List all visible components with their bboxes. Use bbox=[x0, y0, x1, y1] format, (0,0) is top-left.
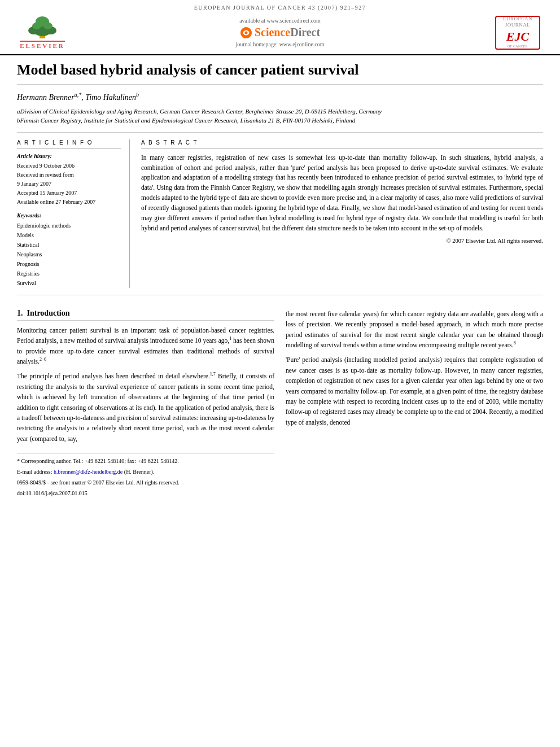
svg-point-6 bbox=[36, 16, 49, 27]
elsevier-brand-text: ELSEVIER bbox=[20, 41, 65, 49]
keyword-7: Survival bbox=[17, 278, 121, 288]
author2-name: Timo Hakulinen bbox=[85, 93, 136, 102]
section1-para1: Monitoring cancer patient survival is an… bbox=[17, 325, 274, 367]
history-label: Article history: bbox=[17, 153, 121, 159]
sciencedirect-icon bbox=[240, 27, 252, 39]
right-column: the most recent five calendar years) for… bbox=[286, 309, 543, 500]
header-logos: ELSEVIER available at www.sciencedirect.… bbox=[11, 14, 549, 51]
keyword-5: Prognosis bbox=[17, 259, 121, 269]
ejc-top-text: EUROPEANJOURNAL bbox=[502, 16, 533, 28]
email-suffix: (H. Brenner). bbox=[124, 469, 155, 475]
journal-header: EUROPEAN JOURNAL OF CANCER 43 (2007) 921… bbox=[0, 0, 560, 55]
footnote-corresponding: * Corresponding author. Tel.: +49 6221 5… bbox=[17, 457, 274, 465]
elsevier-tree-icon bbox=[23, 16, 62, 40]
accepted-date: Accepted 15 January 2007 bbox=[17, 189, 121, 198]
footnote-rights: 0959-8049/$ - see front matter © 2007 El… bbox=[17, 478, 274, 487]
ejc-letters: EJC bbox=[506, 29, 529, 44]
article-info-header: A R T I C L E I N F O bbox=[17, 139, 121, 148]
keyword-4: Neoplasms bbox=[17, 250, 121, 259]
article-title: Model based hybrid analysis of cancer pa… bbox=[17, 61, 543, 85]
authors-line: Hermann Brennera,*, Timo Hakulinenb bbox=[17, 91, 543, 102]
affiliation-a: aDivision of Clinical Epidemiology and A… bbox=[17, 107, 543, 116]
ejc-badge: EUROPEANJOURNAL EJC OF CANCER bbox=[495, 16, 540, 50]
abstract-text: In many cancer registries, registration … bbox=[141, 153, 543, 234]
article-info-col: A R T I C L E I N F O Article history: R… bbox=[17, 139, 130, 288]
section1-title: 1. Introduction bbox=[17, 309, 274, 321]
footnote-email: E-mail address: h.brenner@dkfz-heidelber… bbox=[17, 468, 274, 476]
svg-point-7 bbox=[244, 31, 247, 34]
left-column: 1. Introduction Monitoring cancer patien… bbox=[17, 309, 274, 500]
section1-right-para2: 'Pure' period analysis (including modell… bbox=[286, 355, 543, 427]
email-link[interactable]: h.brenner@dkfz-heidelberg.de bbox=[54, 469, 123, 475]
copyright-line: © 2007 Elsevier Ltd. All rights reserved… bbox=[141, 238, 543, 244]
keyword-3: Statistical bbox=[17, 240, 121, 250]
available-text: available at www.sciencedirect.com bbox=[73, 18, 487, 24]
author1-sup: a,* bbox=[75, 91, 82, 98]
received-date: Received 9 October 2006 bbox=[17, 161, 121, 171]
keywords-label: Keywords: bbox=[17, 212, 121, 219]
sciencedirect-logo: ScienceDirect bbox=[73, 26, 487, 39]
section1-number: 1. bbox=[17, 309, 23, 317]
sd-text: ScienceDirect bbox=[255, 26, 320, 39]
keyword-2: Models bbox=[17, 230, 121, 240]
section1-para2: The principle of period analysis has bee… bbox=[17, 371, 274, 444]
received-revised-date: 9 January 2007 bbox=[17, 180, 121, 189]
author2-sup: b bbox=[136, 91, 139, 98]
article-body: Model based hybrid analysis of cancer pa… bbox=[0, 55, 560, 511]
footnote-area: * Corresponding author. Tel.: +49 6221 5… bbox=[17, 453, 274, 497]
section1-heading: Introduction bbox=[27, 309, 70, 317]
ejc-bottom-text: OF CANCER bbox=[506, 45, 529, 49]
available-online-date: Available online 27 February 2007 bbox=[17, 198, 121, 207]
abstract-col: A B S T R A C T In many cancer registrie… bbox=[141, 139, 543, 288]
section1-right-para1: the most recent five calendar years) for… bbox=[286, 309, 543, 351]
keyword-6: Registries bbox=[17, 269, 121, 278]
abstract-header: A B S T R A C T bbox=[141, 139, 543, 148]
main-content: 1. Introduction Monitoring cancer patien… bbox=[17, 304, 543, 500]
journal-homepage: journal homepage: www.ejconline.com bbox=[73, 41, 487, 47]
article-history: Article history: Received 9 October 2006… bbox=[17, 153, 121, 207]
header-center: available at www.sciencedirect.com Scien… bbox=[73, 18, 487, 47]
affiliation-b: bFinnish Cancer Registry, Institute for … bbox=[17, 116, 543, 125]
author1-name: Hermann Brenner bbox=[17, 93, 75, 102]
affiliations: aDivision of Clinical Epidemiology and A… bbox=[17, 107, 543, 133]
elsevier-logo: ELSEVIER bbox=[11, 14, 73, 51]
ejc-logo: EUROPEANJOURNAL EJC OF CANCER bbox=[487, 14, 549, 51]
footnote-doi: doi:10.1016/j.ejca.2007.01.015 bbox=[17, 489, 274, 497]
keyword-1: Epidemiologic methods bbox=[17, 221, 121, 230]
journal-top-bar: EUROPEAN JOURNAL OF CANCER 43 (2007) 921… bbox=[11, 5, 549, 11]
email-label: E-mail address: bbox=[17, 469, 52, 475]
page: EUROPEAN JOURNAL OF CANCER 43 (2007) 921… bbox=[0, 0, 560, 747]
article-info-abstract-section: A R T I C L E I N F O Article history: R… bbox=[17, 139, 543, 295]
keywords-section: Keywords: Epidemiologic methods Models S… bbox=[17, 212, 121, 288]
received-revised-label: Received in revised form bbox=[17, 171, 121, 180]
